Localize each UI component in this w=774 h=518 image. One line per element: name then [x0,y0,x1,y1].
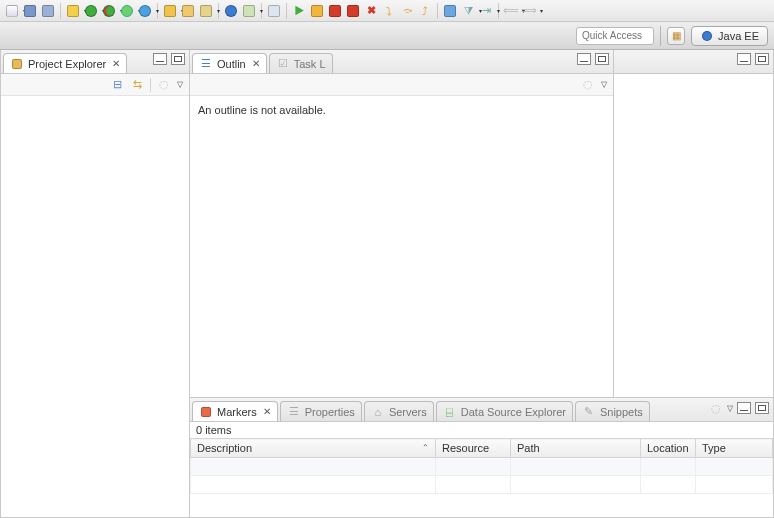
view-menu-icon[interactable]: ▽ [177,80,183,89]
remove-icon[interactable]: ✖ [363,3,379,19]
focus-icon[interactable]: ◌ [709,401,723,415]
perspective-javaee-button[interactable]: Java EE [691,26,768,46]
col-resource[interactable]: Resource [436,439,511,458]
tab-project-explorer[interactable]: Project Explorer ✕ [3,53,127,73]
outline-tabstrip: ☰ Outlin ✕ ☑ Task L [190,50,613,74]
data-source-icon: ⌸ [443,405,457,419]
items-count-label: 0 items [190,422,773,438]
javaee-perspective-icon [700,29,714,43]
favorites-icon[interactable] [65,3,81,19]
window-icon[interactable] [266,3,282,19]
run-config-icon[interactable] [101,3,117,19]
minimize-button[interactable] [577,53,591,65]
close-icon[interactable]: ✕ [112,58,120,69]
table-row [191,476,773,494]
tab-label: Data Source Explorer [461,406,566,418]
main-toolbar: ✖ ⤵ ⤼ ⤴ ⧩ ⇥ ⟸ ⟹ [0,0,774,22]
open-perspective-button[interactable]: ▦ [667,27,685,45]
separator [286,3,287,19]
terminate-icon[interactable] [327,3,343,19]
back-icon[interactable]: ⟸ [503,3,519,19]
tab-servers[interactable]: ⌂ Servers [364,401,434,421]
maximize-button[interactable] [755,53,769,65]
disconnect-icon[interactable] [345,3,361,19]
minimize-button[interactable] [737,53,751,65]
tab-label: Snippets [600,406,643,418]
editor-tabstrip [614,50,773,74]
suspend-icon[interactable] [309,3,325,19]
outline-toolbar: ◌ ▽ [190,74,613,96]
markers-icon [199,405,213,419]
resume-icon[interactable] [291,3,307,19]
project-explorer-icon [10,57,24,71]
collapse-all-icon[interactable]: ⊟ [110,78,124,92]
servers-icon: ⌂ [371,405,385,419]
maximize-button[interactable] [755,402,769,414]
step-over-icon[interactable]: ⤼ [399,3,415,19]
maximize-button[interactable] [171,53,185,65]
wizard-icon[interactable] [198,3,214,19]
run-icon[interactable] [83,3,99,19]
link-editor-icon[interactable]: ⇆ [130,78,144,92]
col-type[interactable]: Type [696,439,773,458]
forward-icon[interactable]: ⟹ [521,3,537,19]
tab-label: Properties [305,406,355,418]
tab-data-source-explorer[interactable]: ⌸ Data Source Explorer [436,401,573,421]
col-description[interactable]: Description [191,439,436,458]
perspective-bar: ▦ Java EE [0,22,774,50]
new-icon[interactable] [4,3,20,19]
outline-body: An outline is not available. [190,96,613,397]
filter-icon[interactable]: ⧩ [460,3,476,19]
view-menu-icon[interactable]: ▽ [601,80,607,89]
tab-label: Markers [217,406,257,418]
separator [660,26,661,46]
outline-view: ☰ Outlin ✕ ☑ Task L ◌ ▽ An outline is no… [190,50,614,398]
editor-area [614,50,774,398]
step-into-icon[interactable]: ⤵ [381,3,397,19]
new-server-icon[interactable] [162,3,178,19]
markers-table: Description Resource Path Location Type [190,438,773,494]
save-icon[interactable] [22,3,38,19]
minimize-button[interactable] [737,402,751,414]
open-perspective-icon: ▦ [672,30,681,41]
task-list-icon: ☑ [276,57,290,71]
step-return-icon[interactable]: ⤴ [417,3,433,19]
tab-task-list[interactable]: ☑ Task L [269,53,333,73]
outline-icon: ☰ [199,57,213,71]
project-explorer-body [1,96,189,517]
tab-label: Outlin [217,58,246,70]
bottom-tabstrip: Markers ✕ ☰ Properties ⌂ Servers ⌸ Data … [190,398,773,422]
view-menu-icon[interactable]: ▽ [727,404,733,413]
focus-icon[interactable]: ◌ [581,78,595,92]
minimize-button[interactable] [153,53,167,65]
project-explorer-view: Project Explorer ✕ ⊟ ⇆ ◌ ▽ [0,50,190,518]
tasks-icon[interactable] [442,3,458,19]
editor-body [614,74,773,397]
properties-icon: ☰ [287,405,301,419]
col-path[interactable]: Path [511,439,641,458]
tab-snippets[interactable]: ✎ Snippets [575,401,650,421]
open-type-icon[interactable] [180,3,196,19]
web-browser-icon[interactable] [223,3,239,19]
tab-outline[interactable]: ☰ Outlin ✕ [192,53,267,73]
external-tools-icon[interactable] [137,3,153,19]
tab-label: Project Explorer [28,58,106,70]
maximize-button[interactable] [595,53,609,65]
snippets-icon: ✎ [582,405,596,419]
workbench: Project Explorer ✕ ⊟ ⇆ ◌ ▽ [0,50,774,518]
java-editor-icon[interactable] [241,3,257,19]
markers-view: Markers ✕ ☰ Properties ⌂ Servers ⌸ Data … [190,398,774,518]
close-icon[interactable]: ✕ [263,406,271,417]
col-location[interactable]: Location [641,439,696,458]
project-explorer-toolbar: ⊟ ⇆ ◌ ▽ [1,74,189,96]
tab-properties[interactable]: ☰ Properties [280,401,362,421]
tab-label: Task L [294,58,326,70]
close-icon[interactable]: ✕ [252,58,260,69]
quick-access-input[interactable] [576,27,654,45]
focus-task-icon[interactable]: ◌ [157,78,171,92]
debug-icon[interactable] [119,3,135,19]
tab-markers[interactable]: Markers ✕ [192,401,278,421]
annotations-icon[interactable]: ⇥ [478,3,494,19]
project-explorer-tabstrip: Project Explorer ✕ [1,50,189,74]
save-all-icon[interactable] [40,3,56,19]
